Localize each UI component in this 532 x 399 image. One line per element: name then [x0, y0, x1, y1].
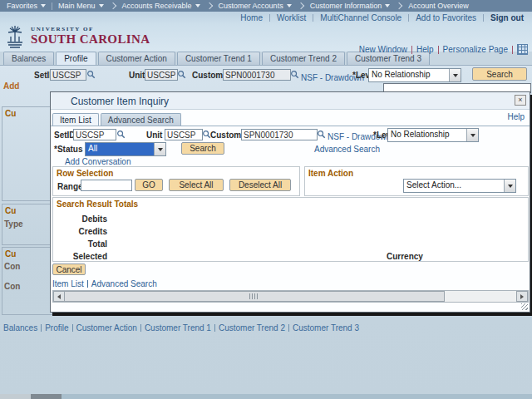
item-list-link[interactable]: Item List — [52, 279, 84, 288]
dialog-help-link[interactable]: Help — [507, 112, 525, 121]
select-arrow-button[interactable] — [154, 143, 165, 155]
select-all-button[interactable]: Select All — [169, 179, 224, 191]
cancel-button[interactable]: Cancel — [52, 264, 86, 275]
breadcrumb: Favorites Main Menu Accounts Receivable … — [0, 0, 532, 12]
footer-link-customer-action[interactable]: Customer Action — [76, 323, 137, 332]
chevron-separator-icon — [109, 2, 116, 9]
separator — [52, 2, 52, 10]
customer-input[interactable] — [223, 69, 291, 81]
chevron-separator-icon — [297, 2, 303, 9]
unit-label: Unit — [129, 71, 145, 80]
tab-customer-trend-2[interactable]: Customer Trend 2 — [262, 52, 345, 65]
lookup-icon[interactable] — [290, 70, 299, 79]
logo-line1: UNIVERSITY OF — [31, 27, 150, 32]
tab-item-list[interactable]: Item List — [52, 113, 99, 126]
level-select-value: No Relationship — [388, 129, 466, 141]
browser-scrollbar[interactable] — [0, 394, 532, 399]
level-select[interactable]: No Relationship — [368, 68, 461, 82]
customer-input[interactable] — [241, 129, 318, 140]
tab-balances[interactable]: Balances — [3, 52, 54, 65]
total-label: Total — [56, 239, 107, 249]
multichannel-console-link[interactable]: MultiChannel Console — [320, 13, 401, 22]
add-conversation-link[interactable]: Add Conversation — [65, 157, 131, 166]
grid-icon[interactable] — [517, 44, 528, 55]
scrollbar-thumb[interactable] — [64, 291, 445, 302]
page-links: New Window Help Personalize Page — [359, 44, 528, 55]
status-label: *Status — [54, 145, 82, 154]
chevron-separator-icon — [396, 2, 402, 9]
background-label: Con — [4, 262, 20, 271]
select-arrow-button[interactable] — [466, 129, 478, 141]
status-select-value: All — [86, 143, 154, 155]
item-action-select[interactable]: Select Action... — [403, 179, 516, 193]
breadcrumb-favorites[interactable]: Favorites — [7, 2, 46, 10]
unit-input[interactable] — [165, 129, 203, 140]
separator — [140, 324, 141, 332]
background-label: Type — [4, 219, 23, 229]
row-selection-title: Row Selection — [57, 169, 113, 178]
select-arrow-button[interactable] — [449, 69, 461, 81]
go-button[interactable]: GO — [135, 179, 163, 191]
breadcrumb-label: Favorites — [7, 2, 37, 10]
background-groupbox-title: Cu — [5, 109, 16, 118]
usc-logo — [2, 25, 27, 50]
unit-input[interactable] — [145, 69, 178, 81]
footer-link-balances[interactable]: Balances — [3, 323, 37, 332]
resize-grip-icon[interactable] — [521, 303, 528, 310]
dropdown-caret-icon — [385, 4, 390, 7]
tab-customer-action[interactable]: Customer Action — [98, 52, 175, 65]
footer-link-profile[interactable]: Profile — [45, 323, 68, 332]
scroll-left-button[interactable] — [53, 291, 65, 302]
tab-advanced-search[interactable]: Advanced Search — [101, 113, 181, 126]
status-select[interactable]: All — [85, 142, 166, 156]
tab-customer-trend-1[interactable]: Customer Trend 1 — [177, 52, 260, 65]
advanced-search-link[interactable]: Advanced Search — [91, 279, 157, 288]
sign-out-link[interactable]: Sign out — [490, 13, 524, 22]
breadcrumb-label: Accounts Receivable — [122, 2, 192, 10]
footer-link-customer-trend-3[interactable]: Customer Trend 3 — [293, 323, 359, 332]
separator — [483, 14, 484, 22]
help-link[interactable]: Help — [416, 45, 434, 54]
select-arrow-button[interactable] — [504, 180, 515, 192]
advanced-search-link[interactable]: Advanced Search — [314, 145, 380, 154]
breadcrumb-label: Main Menu — [58, 2, 96, 10]
separator — [288, 324, 289, 332]
range-label: Range — [57, 182, 83, 191]
deselect-all-button[interactable]: Deselect All — [229, 179, 291, 191]
setid-input[interactable] — [50, 69, 86, 81]
breadcrumb-main-menu[interactable]: Main Menu — [58, 2, 104, 10]
footer-link-customer-trend-1[interactable]: Customer Trend 1 — [145, 323, 211, 332]
chevron-down-icon — [158, 148, 163, 151]
lookup-icon[interactable] — [177, 70, 186, 79]
lookup-icon[interactable] — [116, 130, 126, 139]
add-link-fragment[interactable]: Add — [3, 81, 19, 91]
logo-text: UNIVERSITY OF SOUTH CAROLINA — [31, 27, 150, 46]
scrollbar-grip-icon — [249, 293, 259, 299]
level-select[interactable]: No Relationship — [387, 128, 479, 142]
lookup-icon[interactable] — [86, 70, 96, 79]
home-link[interactable]: Home — [240, 13, 263, 22]
lookup-icon[interactable] — [317, 130, 326, 139]
tab-profile[interactable]: Profile — [56, 52, 96, 65]
add-to-favorites-link[interactable]: Add to Favorites — [416, 13, 476, 22]
range-input[interactable] — [81, 180, 132, 191]
close-icon[interactable]: × — [515, 95, 526, 106]
dropdown-caret-icon — [195, 4, 200, 7]
page-footer-links: Balances Profile Customer Action Custome… — [3, 323, 359, 332]
breadcrumb-customer-accounts[interactable]: Customer Accounts — [219, 2, 292, 10]
new-window-link[interactable]: New Window — [359, 45, 407, 54]
chevron-down-icon — [508, 185, 513, 188]
breadcrumb-accounts-receivable[interactable]: Accounts Receivable — [122, 2, 200, 10]
search-button[interactable]: Search — [472, 67, 527, 81]
background-groupbox-title: Cu — [5, 249, 16, 259]
search-button[interactable]: Search — [181, 142, 224, 155]
setid-input[interactable] — [73, 129, 116, 140]
scroll-right-button[interactable] — [516, 291, 528, 302]
footer-link-customer-trend-2[interactable]: Customer Trend 2 — [219, 323, 285, 332]
worklist-link[interactable]: Worklist — [277, 13, 306, 22]
personalize-page-link[interactable]: Personalize Page — [443, 45, 508, 54]
scrollbar-thumb[interactable] — [31, 394, 62, 399]
scrollbar-track[interactable] — [0, 394, 31, 399]
horizontal-scrollbar[interactable] — [52, 290, 529, 303]
breadcrumb-customer-information[interactable]: Customer Information — [310, 2, 391, 10]
